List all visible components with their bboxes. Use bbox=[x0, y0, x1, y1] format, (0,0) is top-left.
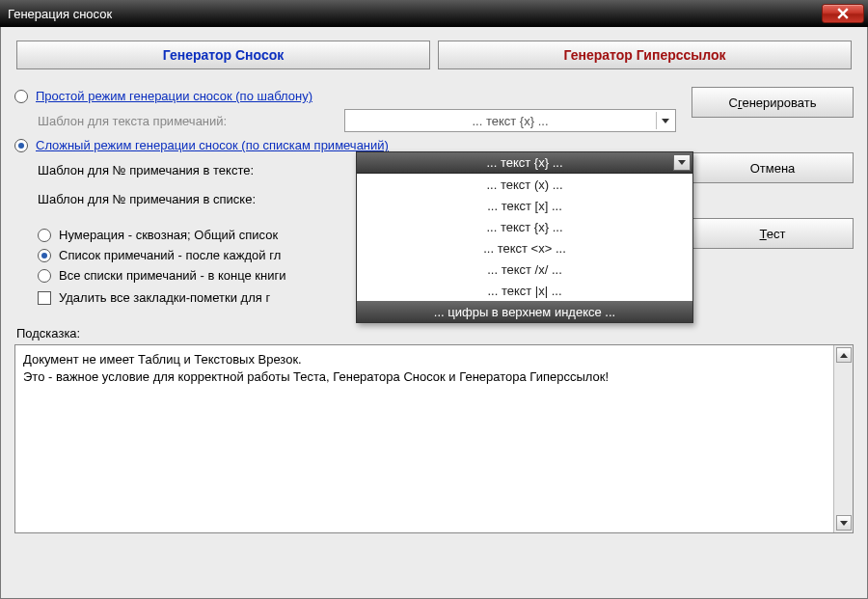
window-title: Генерация сносок bbox=[8, 7, 822, 21]
button-generate[interactable]: Сгенерировать bbox=[692, 87, 854, 118]
combo-template-notes-text: ... текст {x} ... bbox=[472, 114, 548, 128]
chevron-down-icon[interactable] bbox=[673, 154, 691, 171]
dropdown-header[interactable]: ... текст {x} ... bbox=[357, 152, 692, 174]
tab-hyperlinks[interactable]: Генератор Гиперссылок bbox=[438, 41, 852, 69]
chevron-down-icon bbox=[840, 521, 848, 526]
button-test-label: Тест bbox=[760, 227, 786, 241]
form-left: Простой режим генерации сносок (по шабло… bbox=[14, 83, 676, 311]
label-template-notes: Шаблон для текста примечаний: bbox=[38, 114, 337, 128]
action-buttons: Сгенерировать Отмена Тест bbox=[692, 83, 854, 249]
radio-numbering-through[interactable] bbox=[38, 229, 51, 242]
radio-list-after-each[interactable] bbox=[38, 249, 51, 262]
scroll-down-button[interactable] bbox=[836, 515, 852, 531]
label-template-in-list: Шаблон для № примечания в списке: bbox=[38, 192, 337, 206]
hint-box: Документ не имеет Таблиц и Текстовых Вре… bbox=[14, 344, 854, 533]
hint-caption: Подсказка: bbox=[16, 326, 854, 340]
radio-all-lists-end[interactable] bbox=[38, 269, 51, 283]
tab-bar: Генератор Сносок Генератор Гиперссылок bbox=[16, 41, 852, 69]
dropdown-option[interactable]: ... текст (x) ... bbox=[357, 174, 692, 195]
dropdown-option[interactable]: ... текст {x} ... bbox=[357, 216, 692, 237]
client-area: Генератор Сносок Генератор Гиперссылок П… bbox=[0, 27, 868, 599]
combo-template-notes[interactable]: ... текст {x} ... bbox=[344, 109, 676, 132]
close-icon bbox=[837, 8, 849, 19]
link-complex-mode[interactable]: Сложный режим генерации сносок (по списк… bbox=[36, 138, 389, 152]
scroll-up-button[interactable] bbox=[836, 347, 852, 363]
link-simple-mode[interactable]: Простой режим генерации сносок (по шабло… bbox=[36, 89, 312, 103]
button-generate-label: Сгенерировать bbox=[729, 95, 817, 110]
label-list-after-each-text: Список примечаний - после каждой гл bbox=[59, 248, 281, 262]
dropdown-option[interactable]: ... текст <x> ... bbox=[357, 237, 692, 259]
chevron-down-icon bbox=[656, 112, 673, 129]
label-list-after-each: Список примечаний - после каждой гл bbox=[59, 248, 281, 262]
dropdown-template-in-text[interactable]: ... текст {x} ... ... текст (x) ... ... … bbox=[356, 151, 693, 323]
label-delete-bookmarks: Удалить все закладки-пометки для г bbox=[59, 290, 270, 305]
radio-complex-mode[interactable] bbox=[14, 139, 28, 152]
label-all-lists-end: Все списки примечаний - в конце книги bbox=[59, 268, 285, 283]
titlebar: Генерация сносок bbox=[0, 0, 868, 27]
dialog-window: Генерация сносок Генератор Сносок Генера… bbox=[0, 0, 868, 599]
dropdown-option[interactable]: ... текст |x| ... bbox=[357, 280, 692, 301]
hint-text: Документ не имеет Таблиц и Текстовых Вре… bbox=[15, 345, 833, 532]
dropdown-option-highlighted[interactable]: ... цифры в верхнем индексе ... bbox=[357, 301, 692, 322]
button-test[interactable]: Тест bbox=[692, 218, 854, 249]
dropdown-option[interactable]: ... текст [x] ... bbox=[357, 195, 692, 216]
button-cancel[interactable]: Отмена bbox=[692, 152, 854, 183]
checkbox-delete-bookmarks[interactable] bbox=[38, 291, 51, 305]
tab-footnotes[interactable]: Генератор Сносок bbox=[16, 41, 430, 69]
hint-scrollbar[interactable] bbox=[833, 345, 853, 532]
close-button[interactable] bbox=[822, 4, 864, 23]
dropdown-selected-text: ... текст {x} ... bbox=[486, 155, 562, 170]
chevron-up-icon bbox=[840, 353, 848, 358]
button-cancel-label: Отмена bbox=[750, 161, 796, 176]
label-template-in-text: Шаблон для № примечания в тексте: bbox=[38, 163, 337, 177]
dropdown-option[interactable]: ... текст /x/ ... bbox=[357, 259, 692, 280]
label-numbering-through: Нумерация - сквозная; Общий список bbox=[59, 228, 278, 242]
radio-simple-mode[interactable] bbox=[14, 90, 28, 103]
